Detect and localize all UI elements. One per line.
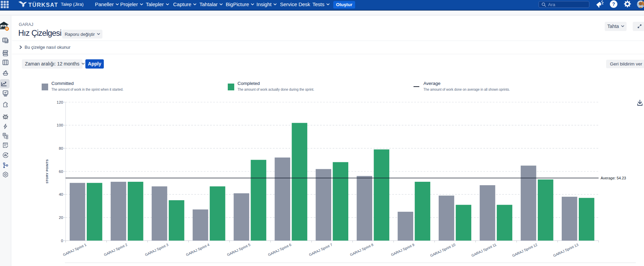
svg-text:GARAJ Sprint 10: GARAJ Sprint 10 bbox=[430, 242, 456, 258]
svg-text:GARAJ Sprint 7: GARAJ Sprint 7 bbox=[308, 242, 333, 257]
svg-text:GARAJ Sprint 11: GARAJ Sprint 11 bbox=[471, 242, 497, 257]
svg-text:Average: 54.23: Average: 54.23 bbox=[601, 176, 626, 180]
svg-text:STORY POINTS: STORY POINTS bbox=[45, 159, 49, 183]
svg-text:GARAJ Sprint 6: GARAJ Sprint 6 bbox=[267, 242, 292, 257]
svg-text:40: 40 bbox=[59, 192, 63, 196]
svg-text:20: 20 bbox=[59, 216, 63, 220]
svg-text:TÜRKSAT: TÜRKSAT bbox=[28, 2, 58, 8]
svg-text:GARAJ Sprint 9: GARAJ Sprint 9 bbox=[390, 242, 415, 257]
svg-text:GARAJ Sprint 1: GARAJ Sprint 1 bbox=[62, 242, 87, 257]
svg-text:GARAJ Sprint 5: GARAJ Sprint 5 bbox=[226, 242, 251, 257]
svg-text:80: 80 bbox=[59, 146, 63, 150]
svg-text:GARAJ Sprint 13: GARAJ Sprint 13 bbox=[552, 242, 579, 258]
svg-text:100: 100 bbox=[57, 123, 63, 127]
svg-text:GARAJ Sprint 2: GARAJ Sprint 2 bbox=[103, 242, 128, 257]
svg-text:120: 120 bbox=[57, 100, 63, 104]
svg-text:GARAJ Sprint 4: GARAJ Sprint 4 bbox=[185, 242, 210, 257]
svg-text:GARAJ Sprint 8: GARAJ Sprint 8 bbox=[349, 242, 374, 257]
svg-text:60: 60 bbox=[59, 169, 63, 174]
svg-text:0: 0 bbox=[61, 239, 63, 243]
svg-text:GARAJ Sprint 3: GARAJ Sprint 3 bbox=[144, 242, 169, 257]
svg-text:GARAJ Sprint 12: GARAJ Sprint 12 bbox=[512, 242, 538, 258]
